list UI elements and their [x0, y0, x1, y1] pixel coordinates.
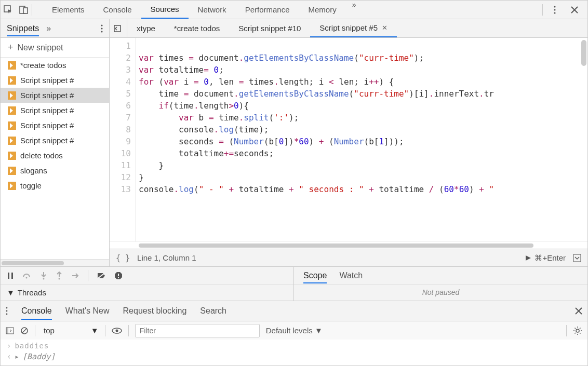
pretty-print-icon[interactable]: { } — [116, 253, 130, 263]
dropdown-triangle-icon: ▼ — [91, 326, 99, 335]
console-toolbar: top ▼ Default levels ▼ — [1, 321, 587, 340]
context-selector[interactable]: top ▼ — [42, 326, 99, 335]
editor-vscroll[interactable] — [581, 40, 586, 66]
snippet-item-label: toggle — [20, 181, 42, 190]
svg-rect-16 — [118, 274, 119, 276]
live-expression-icon[interactable] — [112, 327, 122, 334]
svg-point-3 — [554, 6, 555, 7]
file-tab-label: xtype — [137, 24, 155, 33]
file-tab-label: *create todos — [174, 24, 220, 33]
svg-point-18 — [6, 307, 8, 309]
snippet-item-label: delete todos — [20, 151, 63, 160]
snippet-item[interactable]: Script snippet # — [1, 73, 109, 88]
run-shortcut-label: ⌘+Enter — [534, 253, 566, 263]
snippet-item[interactable]: *create todos — [1, 58, 109, 73]
editor-menu-icon[interactable] — [573, 254, 581, 262]
drawer-tab-request-blocking[interactable]: Request blocking — [123, 306, 187, 316]
snippet-file-icon — [8, 106, 16, 115]
kebab-menu-icon[interactable] — [547, 1, 563, 19]
navigator-sidebar: Snippets » + New snippet *create todosSc… — [1, 19, 110, 266]
step-icon[interactable] — [71, 272, 79, 279]
code-editor[interactable]: 12345678910111213 var times = document.g… — [110, 38, 587, 241]
file-tab[interactable]: Script snippet #10 — [229, 19, 310, 37]
step-into-icon[interactable] — [40, 272, 47, 280]
file-tab[interactable]: *create todos — [165, 19, 229, 37]
close-tab-icon[interactable]: ✕ — [382, 24, 387, 32]
snippet-item-label: Script snippet # — [20, 91, 74, 100]
tab-elements[interactable]: Elements — [43, 1, 94, 19]
plus-icon: + — [8, 42, 14, 53]
tab-console[interactable]: Console — [94, 1, 141, 19]
snippet-item[interactable]: Script snippet # — [1, 103, 109, 118]
svg-rect-17 — [118, 277, 119, 278]
debugger-left: ▼ Threads — [1, 267, 294, 301]
tabs-overflow[interactable]: » — [346, 1, 363, 19]
file-nav-icon[interactable] — [110, 19, 127, 38]
navigator-tabs-overflow[interactable]: » — [46, 24, 51, 33]
divider — [128, 325, 129, 336]
run-snippet-button[interactable]: ⌘+Enter — [525, 253, 566, 263]
drawer-tabs: Console What's New Request blocking Sear… — [1, 301, 587, 321]
inspect-element-icon[interactable] — [1, 1, 16, 19]
tab-performance[interactable]: Performance — [236, 1, 299, 19]
snippet-item-label: *create todos — [20, 61, 66, 70]
sidebar-hscroll[interactable] — [1, 259, 109, 266]
console-filter-input[interactable] — [135, 324, 260, 337]
device-toolbar-icon[interactable] — [16, 1, 32, 19]
file-tab[interactable]: xtype — [127, 19, 165, 37]
pause-on-exceptions-icon[interactable] — [114, 272, 123, 280]
step-over-icon[interactable] — [22, 272, 32, 279]
snippet-item[interactable]: Script snippet # — [1, 133, 109, 148]
main-tabs: Elements Console Sources Network Perform… — [32, 1, 542, 19]
tab-scope[interactable]: Scope — [303, 271, 327, 283]
snippet-item[interactable]: Script snippet # — [1, 118, 109, 133]
close-devtools-icon[interactable] — [567, 1, 582, 19]
divider — [105, 325, 105, 336]
divider — [542, 4, 543, 16]
svg-point-15 — [59, 278, 60, 280]
drawer-tab-search[interactable]: Search — [200, 306, 226, 316]
snippet-item-label: Script snippet # — [20, 121, 74, 130]
log-levels-selector[interactable]: Default levels ▼ — [266, 326, 323, 335]
code-content[interactable]: var times = document.getElementsByClassN… — [136, 38, 587, 241]
tab-memory[interactable]: Memory — [299, 1, 346, 19]
navigator-tabs: Snippets » — [1, 19, 109, 38]
snippet-file-icon — [8, 121, 16, 130]
tab-sources[interactable]: Sources — [141, 1, 189, 19]
snippet-file-icon — [8, 91, 16, 100]
tab-watch[interactable]: Watch — [339, 271, 363, 280]
expand-triangle-icon[interactable]: ▸ — [15, 352, 19, 361]
divider — [88, 270, 88, 281]
console-sidebar-toggle-icon[interactable] — [6, 327, 14, 334]
step-out-icon[interactable] — [56, 272, 63, 280]
new-snippet-button[interactable]: + New snippet — [1, 38, 109, 58]
svg-rect-11 — [8, 273, 9, 279]
console-output[interactable]: ›baddies ▸ [Baddy] — [1, 340, 587, 365]
not-paused-message: Not paused — [294, 284, 587, 300]
svg-point-5 — [554, 12, 555, 13]
navigator-tab-snippets[interactable]: Snippets — [7, 24, 39, 36]
editor-hscroll[interactable] — [110, 241, 587, 249]
navigator-kebab-icon[interactable] — [101, 24, 103, 33]
drawer-kebab-icon[interactable] — [6, 307, 8, 315]
snippet-item[interactable]: slogans — [1, 163, 109, 178]
cursor-position: Line 1, Column 1 — [137, 253, 196, 262]
snippet-item[interactable]: Script snippet # — [1, 88, 109, 103]
close-drawer-icon[interactable] — [575, 307, 582, 315]
file-tab[interactable]: Script snippet #5✕ — [310, 19, 397, 37]
svg-rect-12 — [11, 273, 13, 279]
drawer-tab-console[interactable]: Console — [21, 306, 52, 320]
editor-column: xtype*create todosScript snippet #10Scri… — [110, 19, 587, 266]
deactivate-breakpoints-icon[interactable] — [97, 272, 106, 279]
clear-console-icon[interactable] — [20, 327, 29, 335]
drawer-tab-whatsnew[interactable]: What's New — [65, 306, 110, 316]
console-settings-icon[interactable] — [573, 326, 582, 335]
threads-section[interactable]: ▼ Threads — [1, 284, 293, 300]
snippet-item[interactable]: toggle — [1, 178, 109, 193]
expand-triangle-icon: ▼ — [7, 288, 15, 297]
sources-panel: Snippets » + New snippet *create todosSc… — [1, 19, 587, 266]
snippet-file-icon — [8, 167, 16, 175]
pause-icon[interactable] — [7, 272, 14, 279]
snippet-item[interactable]: delete todos — [1, 148, 109, 163]
tab-network[interactable]: Network — [189, 1, 236, 19]
